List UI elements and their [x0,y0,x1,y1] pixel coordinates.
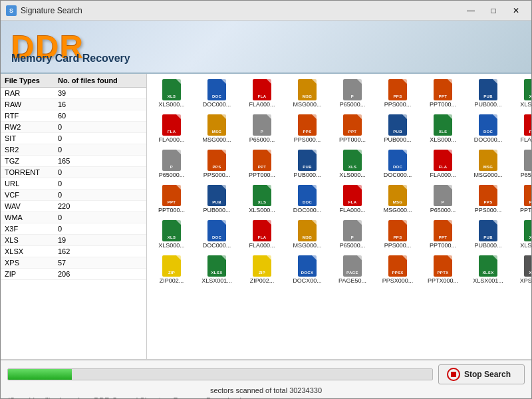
file-icon-item[interactable]: XLSXLS000... [150,76,194,110]
file-icon-item[interactable]: DOCDOC000... [285,182,329,216]
file-icon-item[interactable]: PPTPPT000... [511,182,531,216]
file-type-icon: MSG [298,220,317,241]
icon-label: XLS000... [423,136,463,143]
file-icon: FLA [342,185,363,206]
icon-label: DOC000... [197,242,237,249]
icon-label: MSG000... [468,172,508,178]
file-icon-item[interactable]: PP65000... [240,112,284,146]
table-header: File Types No. of files found [1,74,146,88]
icon-label: PPT000... [332,136,372,143]
icon-label: FLA000... [242,242,282,249]
file-type-cell: ZIP [5,270,58,278]
file-icon-item[interactable]: PPSPPS000... [195,147,239,181]
file-type-icon: PPT [343,114,362,136]
file-type-icon: MSG [207,114,226,136]
file-icon-item[interactable]: XLSXLS000... [511,76,531,110]
file-icon-item[interactable]: FLAFLA000... [150,112,194,146]
file-icon-item[interactable]: PUBPUB000... [285,147,329,181]
stop-search-button[interactable]: Stop Search [438,364,525,384]
file-icon-item[interactable]: DOCDOC000... [376,147,420,181]
icon-label: MSG000... [197,136,237,143]
file-icon-item[interactable]: PP65000... [331,217,374,251]
file-icon-item[interactable]: XLSXXLSX001... [195,253,239,287]
file-icon-item[interactable]: MSGMSG000... [466,147,510,181]
file-icon-item[interactable]: PPTPPT000... [421,76,465,110]
file-icon-item[interactable]: PP65000... [511,147,531,181]
file-icon-item[interactable]: PUBPUB000... [466,76,510,110]
file-icon-item[interactable]: FLAFLA000... [511,112,531,146]
file-icon-item[interactable]: MSGMSG000... [285,217,329,251]
files-icons-panel[interactable]: XLSXLS000...DOCDOC000...FLAFLA000...MSGM… [147,74,531,359]
file-icon-item[interactable]: PPSXPPSX000... [376,253,420,287]
main-content: File Types No. of files found RAR39RAW16… [1,74,531,360]
icon-label: XLS000... [242,207,282,213]
file-icon-item[interactable]: XLSXXLSX001... [466,253,510,287]
icon-label: PPS000... [197,172,237,178]
file-type-cell: SR2 [5,146,58,154]
file-icon-item[interactable]: PPSPPS000... [376,76,420,110]
minimize-button[interactable]: — [461,4,481,17]
icon-label: P65000... [332,242,372,249]
icon-label: FLA000... [423,172,463,178]
file-icon-item[interactable]: ZIPZIP002... [240,253,284,287]
file-icon-item[interactable]: PUBPUB000... [195,182,239,216]
file-icon-item[interactable]: XLSXLS000... [240,182,284,216]
file-icon-item[interactable]: PP65000... [331,76,374,110]
file-type-icon: PAGE [343,255,362,277]
file-icon-item[interactable]: PPTPPT000... [331,112,374,146]
file-icon: PPTX [432,255,454,277]
file-icon-item[interactable]: PP65000... [150,147,194,181]
file-icon-item[interactable]: PP65000... [421,182,465,216]
file-icon-item[interactable]: FLAFLA000... [240,217,284,251]
file-icon-item[interactable]: FLAFLA000... [331,182,374,216]
file-icon: PPS [206,150,227,171]
icon-label: DOC000... [468,136,508,143]
file-icon-item[interactable]: XLSXLS000... [150,217,194,251]
file-icon-item[interactable]: PUBPUB000... [466,217,510,251]
file-icon-item[interactable]: PAGEPAGE50... [331,253,374,287]
table-row: VCF0 [1,190,146,201]
file-icon-item[interactable]: FLAFLA000... [421,147,465,181]
file-icon-item[interactable]: PPTPPT000... [150,182,194,216]
file-icon-item[interactable]: PUBPUB000... [376,112,420,146]
file-icon-item[interactable]: DOCDOC000... [466,112,510,146]
file-icon-item[interactable]: XLSXLS000... [421,112,465,146]
file-icon-item[interactable]: DOCXDOCX00... [285,253,329,287]
file-type-icon: ZIP [253,255,271,277]
file-icon: DOC [387,150,408,171]
file-icon-item[interactable]: PPSPPS000... [466,182,510,216]
file-icon-item[interactable]: PPTPPT000... [240,147,284,181]
file-icon-item[interactable]: FLAFLA000... [240,76,284,110]
file-type-cell: TGZ [5,157,58,165]
file-type-icon: FLA [343,185,362,206]
file-type-cell: SIT [5,134,58,142]
file-icon: MSG [206,114,227,136]
file-type-icon: DOC [207,79,226,100]
file-icon-item[interactable]: PPSPPS000... [285,112,329,146]
file-icon-item[interactable]: PPTXPPTX000... [421,253,465,287]
file-icon-item[interactable]: DOCDOC000... [195,76,239,110]
file-icon-item[interactable]: XPSXPS000... [511,253,531,287]
file-type-icon: FLA [253,220,271,241]
file-icon: FLA [251,220,273,241]
file-icon-item[interactable]: MSGMSG000... [376,182,420,216]
file-icon-item[interactable]: XLSXLS000... [331,147,374,181]
icon-label: DOC000... [287,207,327,213]
icon-label: FLA000... [513,136,531,143]
file-type-icon: PPT [434,220,452,241]
maximize-button[interactable]: □ [483,4,503,17]
file-icon-item[interactable]: MSGMSG000... [285,76,329,110]
file-type-icon: PPS [479,185,497,206]
close-button[interactable]: ✕ [506,4,526,17]
file-icon-item[interactable]: PPTPPT000... [421,217,465,251]
file-icon: MSG [387,185,408,206]
file-type-icon: XLS [162,220,181,241]
file-icon-item[interactable]: ZIPZIP002... [150,253,194,287]
file-icon-item[interactable]: PPSPPS000... [376,217,420,251]
file-type-icon: PUB [298,150,317,171]
file-icon-item[interactable]: DOCDOC000... [195,217,239,251]
icon-label: PPS000... [378,242,418,249]
file-icon-item[interactable]: MSGMSG000... [195,112,239,146]
file-icon-item[interactable]: XLSXLS000... [511,217,531,251]
file-type-icon: MSG [298,79,317,100]
